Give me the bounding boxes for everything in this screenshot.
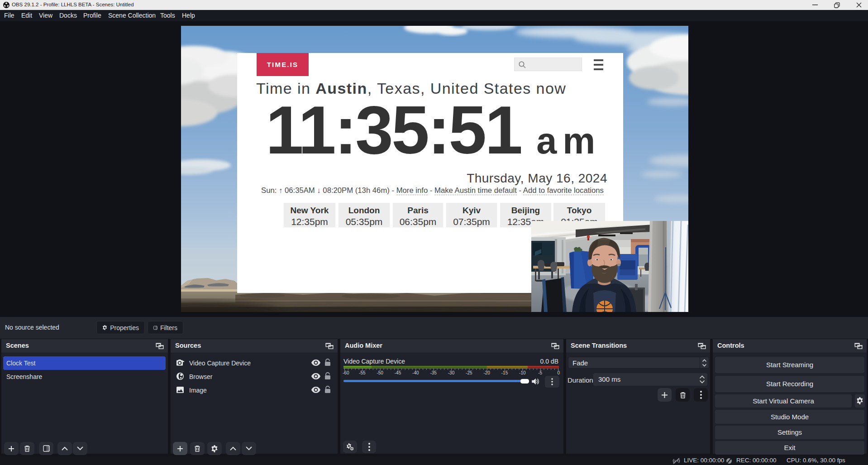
svg-text:-15: -15 xyxy=(501,370,508,375)
svg-text:-5: -5 xyxy=(538,370,542,375)
svg-text:-50: -50 xyxy=(377,370,383,375)
svg-text:-20: -20 xyxy=(483,370,490,375)
svg-text:-10: -10 xyxy=(519,370,526,375)
svg-text:-45: -45 xyxy=(395,370,401,375)
svg-text:-25: -25 xyxy=(466,370,472,375)
svg-text:-30: -30 xyxy=(448,370,455,375)
svg-text:-40: -40 xyxy=(412,370,419,375)
svg-text:0: 0 xyxy=(557,370,560,375)
svg-text:-35: -35 xyxy=(430,370,437,375)
svg-text:-60: -60 xyxy=(343,370,349,375)
svg-text:-55: -55 xyxy=(359,370,366,375)
